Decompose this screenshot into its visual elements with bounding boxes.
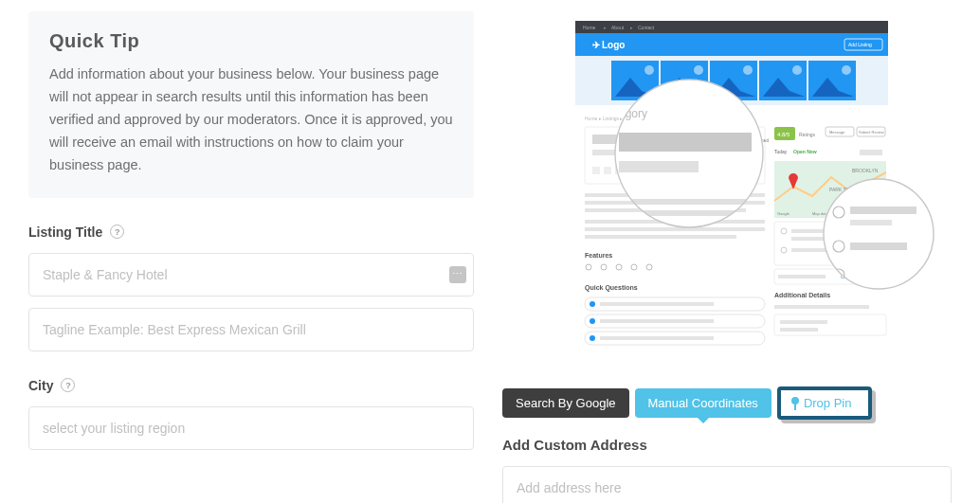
svg-text:Add Listing: Add Listing — [848, 42, 872, 47]
svg-rect-54 — [585, 227, 765, 231]
pin-icon — [790, 397, 800, 410]
svg-rect-36 — [592, 167, 600, 174]
listing-title-label: Listing Title ? — [28, 225, 474, 240]
svg-rect-80 — [600, 302, 714, 306]
svg-text:Ratings: Ratings — [799, 132, 815, 137]
svg-point-21 — [743, 65, 753, 75]
tab-search-by-google[interactable]: Search By Google — [502, 388, 629, 418]
svg-rect-55 — [585, 235, 736, 239]
custom-address-input[interactable] — [502, 466, 952, 503]
ellipsis-icon[interactable]: ⋯ — [449, 266, 466, 283]
quick-tip-body: Add information about your business belo… — [49, 63, 453, 177]
svg-text:✈: ✈ — [592, 40, 601, 50]
svg-rect-95 — [619, 133, 752, 152]
svg-text:Features: Features — [585, 252, 612, 259]
svg-rect-104 — [850, 220, 892, 225]
listing-title-input[interactable] — [28, 253, 474, 296]
svg-text:BROOKLYN: BROOKLYN — [852, 168, 879, 173]
svg-rect-90 — [780, 320, 827, 324]
location-tabs: Search By Google Manual Coordinates Drop… — [502, 386, 952, 420]
tab-manual-coordinates[interactable]: Manual Coordinates — [635, 388, 771, 418]
svg-point-82 — [590, 318, 595, 324]
city-input[interactable] — [28, 406, 474, 450]
svg-rect-103 — [850, 207, 916, 214]
city-label: City ? — [28, 378, 474, 393]
help-icon[interactable]: ? — [110, 225, 124, 239]
svg-text:▸: ▸ — [630, 25, 633, 30]
tab-drop-pin-label: Drop Pin — [804, 396, 852, 410]
svg-rect-88 — [774, 305, 869, 309]
svg-rect-83 — [600, 319, 714, 323]
svg-point-15 — [644, 65, 654, 75]
svg-rect-96 — [619, 161, 699, 172]
svg-text:Home: Home — [583, 25, 596, 30]
quick-tip-title: Quick Tip — [49, 30, 453, 52]
listing-preview-illustration: Home ▸ About ▸ Contact ✈ Logo Add Listin… — [502, 21, 952, 366]
svg-text:Open Now: Open Now — [793, 149, 817, 154]
svg-point-24 — [792, 65, 802, 75]
help-icon[interactable]: ? — [61, 378, 75, 392]
svg-text:Contact: Contact — [638, 25, 655, 30]
listing-title-label-text: Listing Title — [28, 225, 102, 240]
quick-tip-box: Quick Tip Add information about your bus… — [28, 11, 474, 198]
tab-drop-pin[interactable]: Drop Pin — [777, 386, 873, 420]
svg-text:▸: ▸ — [604, 25, 607, 30]
listing-title-group: Listing Title ? ⋯ — [28, 225, 474, 351]
svg-rect-86 — [600, 336, 714, 340]
svg-rect-97 — [619, 199, 752, 205]
svg-rect-49 — [860, 150, 882, 155]
svg-text:Quick Questions: Quick Questions — [585, 284, 638, 292]
svg-text:Google: Google — [777, 211, 790, 216]
custom-address-label: Add Custom Address — [502, 437, 952, 453]
svg-point-27 — [842, 65, 851, 75]
svg-rect-106 — [850, 243, 907, 250]
svg-rect-75 — [778, 275, 826, 278]
svg-point-79 — [590, 301, 595, 307]
svg-text:About: About — [611, 25, 625, 30]
svg-point-85 — [590, 335, 595, 341]
svg-rect-91 — [780, 328, 818, 332]
tagline-input[interactable] — [28, 308, 474, 351]
svg-text:Today: Today — [774, 149, 788, 154]
svg-rect-37 — [604, 167, 611, 174]
svg-text:4.8/5: 4.8/5 — [777, 132, 790, 137]
svg-text:Message: Message — [829, 130, 845, 135]
svg-text:Logo: Logo — [602, 40, 625, 50]
svg-rect-89 — [774, 314, 886, 335]
svg-point-18 — [694, 65, 703, 75]
city-group: City ? — [28, 378, 474, 450]
svg-text:Additional Details: Additional Details — [774, 292, 830, 298]
city-label-text: City — [28, 378, 53, 393]
svg-text:Submit Review: Submit Review — [859, 130, 884, 135]
